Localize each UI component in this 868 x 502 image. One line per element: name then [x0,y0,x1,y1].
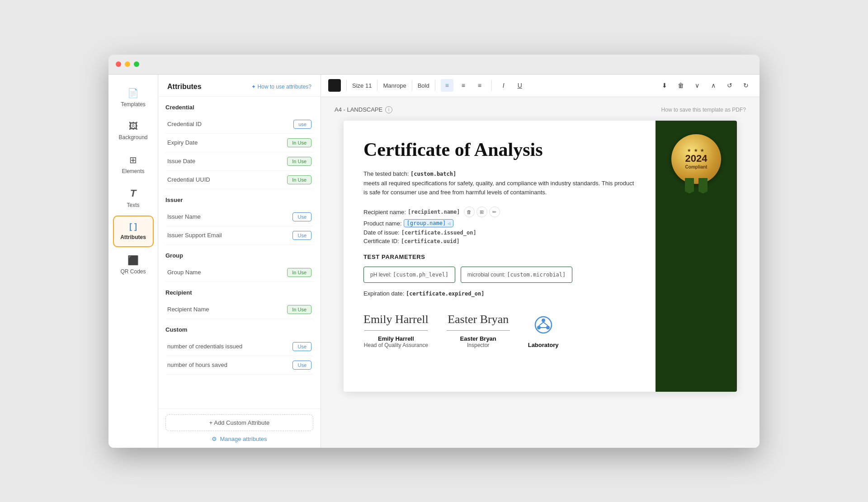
canvas-area[interactable]: A4 - LANDSCAPE i How to save this templa… [321,97,760,448]
ph-tag: [custom.ph_level] [393,272,448,278]
cert-signatures: Emily Harrell Emily Harrell Head of Qual… [363,310,636,348]
star-icon: ✦ [251,84,256,90]
microbial-tag: [custom.microbial] [507,272,566,278]
inuse-btn-group-name[interactable]: In Use [287,268,311,277]
field-end-icon: ◁ [448,221,450,226]
sidebar-item-qrcodes[interactable]: ⬛ QR Codes [113,249,154,281]
attr-panel-header: Attributes ✦ How to use attributes? [158,75,321,97]
attr-row-issuer-name: Issuer Name Use [165,208,313,226]
cert-main: Certificate of Analysis The tested batch… [344,121,656,392]
align-center-button[interactable]: ≡ [457,79,470,92]
delete-field-icon[interactable]: 🗑 [464,206,475,217]
gear-icon: ⚙ [212,436,217,442]
attr-row-credential-uuid: Credential UUID In Use [165,171,313,189]
cert-batch-tag: [custom.batch] [410,171,456,177]
italic-button[interactable]: I [497,79,510,92]
minimize-button[interactable] [125,61,130,67]
background-icon: 🖼 [129,121,138,131]
product-tag-highlighted[interactable]: [group.name] ◁ [404,219,454,227]
chevron-up-button[interactable]: ∧ [707,79,720,92]
divider-4 [435,80,435,91]
use-btn-custom-credentials[interactable]: Use [292,342,311,351]
microbial-param-box: microbial count: [custom.microbial] [461,267,572,283]
attr-row-expiry-date: Expiry Date In Use [165,134,313,152]
sidebar-item-texts[interactable]: T Texts [113,182,154,214]
underline-button[interactable]: U [514,79,526,92]
section-title-issuer: Issuer [165,197,313,203]
cert-intro-text: meets all required specifications for sa… [363,180,634,196]
use-btn-issuer-email[interactable]: Use [292,231,311,240]
sidebar-item-templates[interactable]: 📄 Templates [113,82,154,113]
color-swatch[interactable] [328,79,341,92]
svg-point-1 [542,319,545,322]
how-to-link[interactable]: ✦ How to use attributes? [251,84,311,90]
align-right-button[interactable]: ≡ [473,79,486,92]
attr-name-custom-hours: number of hours saved [167,361,227,368]
recipient-tag: [recipient.name] [408,209,460,215]
section-title-group: Group [165,252,313,259]
manage-attributes-link[interactable]: ⚙ Manage attributes [212,436,267,442]
use-btn-credential-id[interactable]: use [293,120,311,129]
cert-product-row: Product name: [group.name] ◁ [363,219,636,227]
delete-button[interactable]: 🗑 [675,79,687,92]
layer-down-button[interactable]: ⬇ [658,79,671,92]
sidebar-label-elements: Elements [122,168,144,174]
cert-recipient-row: Recipient name: [recipient.name] 🗑 ⊞ ✏ [363,206,636,217]
attr-row-issue-date: Issue Date In Use [165,152,313,171]
font-size-label: Size 11 [352,82,372,89]
certid-label: Certificate ID: [363,238,399,244]
sidebar-label-texts: Texts [127,202,139,208]
attr-row-issuer-email: Issuer Support Email Use [165,226,313,245]
pdf-hint[interactable]: How to save this template as PDF? [661,107,746,113]
inuse-btn-expiry-date[interactable]: In Use [287,138,311,147]
add-custom-button[interactable]: + Add Custom Attribute [165,414,313,431]
inuse-btn-recipient-name[interactable]: In Use [287,305,311,314]
inuse-btn-credential-uuid[interactable]: In Use [287,175,311,184]
cert-expiry-row: Expiration date: [certificate.expired_on… [363,290,636,297]
divider-5 [491,80,492,91]
divider-3 [412,80,412,91]
cert-batch-label: The tested batch: [363,170,409,177]
chevron-down-button[interactable]: ∨ [691,79,703,92]
attributes-icon: [ ] [129,222,137,231]
attr-name-issuer-email: Issuer Support Email [167,232,222,239]
expiry-label: Expiration date: [363,290,404,297]
canvas-size-label: A4 - LANDSCAPE i [335,106,392,113]
font-family-label: Manrope [383,82,406,89]
attr-name-group-name: Group Name [167,269,201,276]
maximize-button[interactable] [134,61,139,67]
microbial-label: microbial count: [467,272,505,278]
section-title-custom: Custom [165,326,313,333]
align-left-button[interactable]: ≡ [441,79,453,92]
sig2-block: Easter Bryan Easter Bryan Inspector [447,310,510,348]
issue-label: Date of issue: [363,229,400,236]
copy-field-icon[interactable]: ⊞ [476,206,487,217]
sidebar-item-background[interactable]: 🖼 Background [113,115,154,147]
use-btn-custom-hours[interactable]: Use [292,361,311,370]
sig1-name: Emily Harrell [378,335,414,342]
sig1-script: Emily Harrell [363,310,429,328]
svg-line-4 [539,322,543,326]
inuse-btn-issue-date[interactable]: In Use [287,157,311,166]
ribbon-left [685,178,694,194]
sidebar: 📄 Templates 🖼 Background ⊞ Elements T Te… [108,75,158,448]
attr-row-recipient-name: Recipient Name In Use [165,300,313,319]
attr-name-recipient-name: Recipient Name [167,306,209,313]
seal-year: 2024 [685,153,708,164]
redo-button[interactable]: ↻ [740,79,752,92]
test-params: pH level: [custom.ph_level] microbial co… [363,267,636,283]
undo-button[interactable]: ↺ [723,79,736,92]
svg-line-5 [543,322,548,326]
seal-stars: ★ ★ ★ [687,148,705,153]
close-button[interactable] [116,61,121,67]
certificate[interactable]: Certificate of Analysis The tested batch… [344,121,737,392]
edit-field-icon[interactable]: ✏ [489,206,500,217]
sidebar-item-elements[interactable]: ⊞ Elements [113,149,154,180]
cert-certid-row: Certificate ID: [certificate.uuid] [363,238,636,244]
sidebar-item-attributes[interactable]: [ ] Attributes [113,216,154,247]
ph-label: pH level: [370,272,392,278]
use-btn-issuer-name[interactable]: Use [292,212,311,221]
cert-issue-row: Date of issue: [certificate.issued_on] [363,229,636,236]
info-icon[interactable]: i [385,106,392,113]
sig1-block: Emily Harrell Emily Harrell Head of Qual… [363,310,429,348]
